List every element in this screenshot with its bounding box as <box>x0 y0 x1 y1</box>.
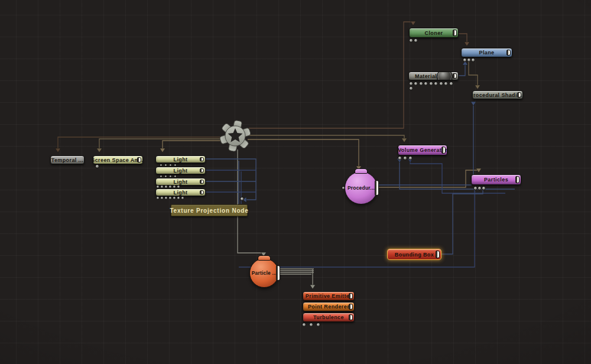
output-bracket[interactable] <box>453 73 457 79</box>
node-particles[interactable]: Particles <box>471 174 521 185</box>
node-label: Material <box>415 73 437 79</box>
node-particle-sphere[interactable]: Particle ... <box>249 258 279 288</box>
port[interactable] <box>409 38 413 43</box>
output-bracket[interactable] <box>200 168 204 173</box>
sphere-label: Procedur... <box>348 185 375 191</box>
port[interactable] <box>156 185 160 188</box>
port[interactable] <box>467 58 471 62</box>
node-cap <box>306 291 316 292</box>
node-cap <box>158 155 168 156</box>
port[interactable] <box>419 82 423 86</box>
port[interactable] <box>482 186 486 190</box>
port[interactable] <box>95 164 99 168</box>
port[interactable] <box>444 82 448 86</box>
output-bracket[interactable] <box>200 190 204 194</box>
output-bracket[interactable] <box>515 176 519 183</box>
port[interactable] <box>169 164 172 167</box>
node-cloner[interactable]: Cloner <box>409 28 459 38</box>
node-label: Light <box>174 179 188 185</box>
port[interactable] <box>409 86 413 90</box>
port[interactable] <box>478 186 482 190</box>
node-light-1[interactable]: Light <box>155 155 206 163</box>
port[interactable] <box>439 82 443 86</box>
port[interactable] <box>177 185 180 188</box>
port[interactable] <box>181 196 184 200</box>
port[interactable] <box>173 185 176 188</box>
node-turbulence[interactable]: Turbulence <box>303 313 355 322</box>
node-point-renderer[interactable]: Point Renderer <box>303 302 355 311</box>
port[interactable] <box>164 175 167 178</box>
output-bracket[interactable] <box>200 157 204 161</box>
node-volume-generator[interactable]: Volume Generator <box>398 145 447 155</box>
sphere-knob <box>355 168 368 174</box>
node-bounding-box[interactable]: Bounding Box <box>387 249 441 260</box>
port[interactable] <box>342 186 345 190</box>
node-light-4[interactable]: Light <box>155 188 206 196</box>
output-bracket[interactable] <box>517 92 521 98</box>
port[interactable] <box>168 196 172 200</box>
port[interactable] <box>173 196 176 200</box>
node-cap <box>464 48 474 48</box>
port[interactable] <box>160 164 163 167</box>
port[interactable] <box>316 323 320 327</box>
node-temporal[interactable]: Temporal ... <box>50 155 85 164</box>
port[interactable] <box>463 58 467 62</box>
port[interactable] <box>160 196 164 200</box>
port[interactable] <box>414 82 418 86</box>
port[interactable] <box>409 82 413 86</box>
port[interactable] <box>449 82 453 86</box>
port[interactable] <box>240 197 244 201</box>
node-cap <box>96 155 106 156</box>
node-graph-canvas[interactable]: ClonerPlaneMaterialProcedural Shadin...V… <box>0 0 591 364</box>
port[interactable] <box>160 185 164 188</box>
output-bracket[interactable] <box>441 147 446 154</box>
port[interactable] <box>168 185 172 188</box>
texture-projection-node-label[interactable]: Texture Projection Node <box>171 204 248 216</box>
node-primitive-emitter[interactable]: Primitive Emitter <box>303 291 355 301</box>
port[interactable] <box>471 58 475 62</box>
port[interactable] <box>424 82 428 86</box>
port[interactable] <box>164 196 168 200</box>
port[interactable] <box>156 196 160 200</box>
node-procedural-shading[interactable]: Procedural Shadin... <box>472 90 523 99</box>
output-bracket[interactable] <box>349 304 353 310</box>
output-bracket[interactable] <box>436 251 440 258</box>
port[interactable] <box>434 82 438 86</box>
output-bracket[interactable] <box>200 180 204 184</box>
port[interactable] <box>414 38 418 43</box>
node-label: Volume Generator <box>398 147 447 153</box>
node-light-3[interactable]: Light <box>155 178 206 186</box>
port[interactable] <box>164 185 168 188</box>
port[interactable] <box>160 175 163 178</box>
output-bracket[interactable] <box>453 30 457 36</box>
node-light-2[interactable]: Light <box>155 167 206 174</box>
node-plane[interactable]: Plane <box>461 48 512 57</box>
output-bracket[interactable] <box>349 293 353 299</box>
output-bracket[interactable] <box>276 265 280 281</box>
material-sphere-icon <box>437 72 453 80</box>
node-cap <box>390 249 400 249</box>
node-label: Plane <box>479 50 494 56</box>
output-bracket[interactable] <box>375 180 379 196</box>
output-bracket[interactable] <box>506 50 511 56</box>
port[interactable] <box>177 196 180 200</box>
port[interactable] <box>174 175 177 178</box>
node-label: Light <box>174 168 188 174</box>
port[interactable] <box>164 164 167 167</box>
output-bracket[interactable] <box>137 157 141 162</box>
output-bracket[interactable] <box>349 314 353 320</box>
port[interactable] <box>398 156 402 160</box>
node-procedural-sphere[interactable]: Procedur... <box>345 171 378 204</box>
port[interactable] <box>408 156 413 160</box>
port[interactable] <box>169 175 172 178</box>
port[interactable] <box>403 156 407 160</box>
node-label: Turbulence <box>313 314 344 320</box>
sphere-knob <box>258 255 271 261</box>
port[interactable] <box>302 323 306 327</box>
port[interactable] <box>174 164 177 167</box>
node-material[interactable]: Material <box>408 72 459 80</box>
node-screen-space-ambient[interactable]: Screen Space Am... <box>93 155 143 164</box>
port[interactable] <box>429 82 433 86</box>
port[interactable] <box>309 323 313 327</box>
port[interactable] <box>473 186 478 190</box>
